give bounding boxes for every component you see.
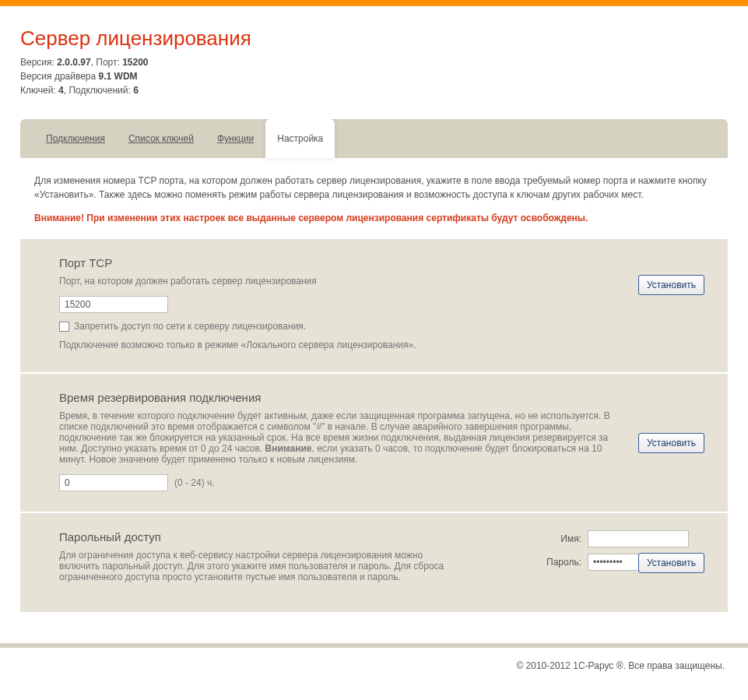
auth-name-input[interactable] — [588, 530, 689, 547]
port-label: , Порт: — [91, 57, 123, 68]
port-title: Порт TCP — [59, 256, 704, 269]
section-auth: Парольный доступ Для ограничения доступа… — [20, 512, 728, 612]
tab-row: Подключения Список ключей Функции Настро… — [20, 119, 728, 158]
keys-label: Ключей: — [20, 85, 58, 96]
reserve-hours-input[interactable] — [59, 474, 168, 491]
conns-value: 6 — [133, 85, 139, 96]
reserve-hours-hint: (0 - 24) ч. — [174, 477, 215, 488]
port-input[interactable] — [59, 296, 168, 313]
auth-desc: Для ограничения доступа к веб-сервису на… — [59, 550, 464, 582]
port-apply-button[interactable]: Установить — [638, 275, 704, 295]
driver-value: 9.1 WDM — [99, 71, 138, 82]
reserve-apply-button[interactable]: Установить — [638, 433, 704, 453]
intro-warning: Внимание! При изменении этих настроек вс… — [34, 211, 714, 225]
deny-network-note: Подключение возможно только в режиме «Ло… — [59, 338, 704, 352]
reserve-desc-bold: Внимание — [265, 443, 312, 454]
top-accent-bar — [0, 0, 748, 6]
port-value: 15200 — [122, 57, 148, 68]
conns-label: , Подключений: — [64, 85, 133, 96]
reserve-title: Время резервирования подключения — [59, 391, 704, 404]
auth-pass-label: Пароль: — [543, 557, 581, 568]
server-meta: Версия: 2.0.0.97, Порт: 15200 Версия дра… — [20, 55, 728, 97]
footer-copyright: © 2010-2012 1С-Рарус ®. Все права защище… — [0, 648, 748, 695]
auth-title: Парольный доступ — [59, 530, 464, 543]
section-port: Порт TCP Порт, на котором должен работат… — [20, 239, 728, 372]
version-value: 2.0.0.97 — [57, 57, 90, 68]
tab-connections[interactable]: Подключения — [34, 119, 117, 158]
driver-label: Версия драйвера — [20, 71, 99, 82]
tab-functions[interactable]: Функции — [205, 119, 265, 158]
intro-block: Для изменения номера TCP порта, на котор… — [20, 158, 728, 239]
deny-network-label: Запретить доступ по сети к серверу лицен… — [74, 321, 306, 332]
port-desc: Порт, на котором должен работать сервер … — [59, 276, 704, 287]
keys-value: 4 — [58, 85, 64, 96]
main-panel: Подключения Список ключей Функции Настро… — [20, 119, 728, 612]
auth-name-label: Имя: — [543, 533, 581, 544]
auth-apply-button[interactable]: Установить — [638, 553, 704, 573]
section-reserve: Время резервирования подключения Время, … — [20, 372, 728, 512]
version-label: Версия: — [20, 57, 57, 68]
page-title: Сервер лицензирования — [20, 26, 728, 51]
tab-settings[interactable]: Настройка — [265, 119, 335, 158]
tab-keys[interactable]: Список ключей — [117, 119, 205, 158]
intro-text: Для изменения номера TCP порта, на котор… — [34, 174, 714, 202]
deny-network-checkbox[interactable] — [59, 322, 69, 332]
